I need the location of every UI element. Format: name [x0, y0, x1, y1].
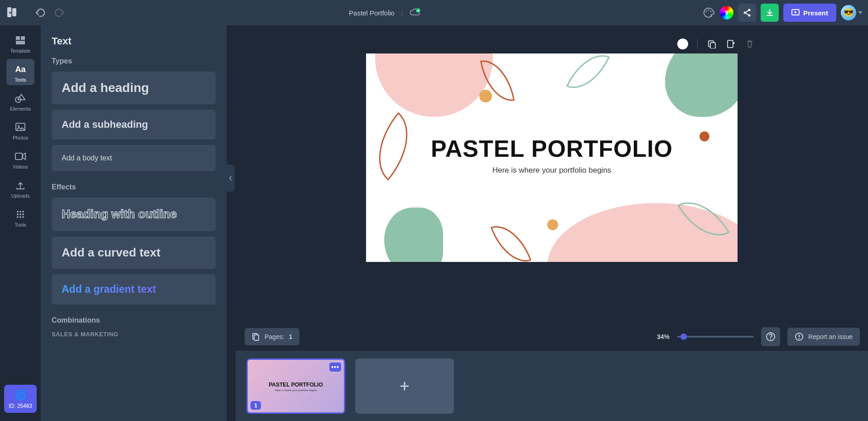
add-heading-option[interactable]: Add a heading: [52, 72, 216, 104]
rail-label: Texts: [6, 77, 34, 82]
svg-rect-21: [15, 153, 22, 160]
tools-icon: [6, 208, 34, 220]
svg-point-24: [19, 211, 21, 213]
user-menu[interactable]: 😎: [841, 5, 863, 20]
option-label: Add a heading: [62, 81, 206, 95]
duplicate-page-icon[interactable]: [726, 39, 736, 49]
app-logo[interactable]: [5, 5, 21, 20]
svg-point-6: [710, 11, 711, 12]
svg-point-30: [19, 216, 21, 218]
svg-marker-13: [795, 11, 797, 14]
spiral-icon: 🌀: [4, 389, 37, 401]
svg-point-4: [705, 11, 707, 12]
chevron-down-icon: [858, 11, 863, 14]
zoom-slider-thumb[interactable]: [680, 334, 687, 340]
slide-thumbnail-1[interactable]: PASTEL PORTFOLIO Here is where your port…: [246, 358, 345, 414]
palette-icon[interactable]: [702, 6, 715, 19]
add-body-option[interactable]: Add a body text: [52, 145, 216, 171]
rail-item-uploads[interactable]: Uploads: [6, 175, 34, 201]
rail-label: Tools: [6, 222, 34, 227]
download-button[interactable]: [761, 4, 779, 22]
pages-count: 1: [289, 333, 293, 340]
gradient-text-option[interactable]: Add a gradient text: [52, 274, 216, 305]
svg-rect-16: [16, 41, 25, 44]
zoom-percentage[interactable]: 34%: [657, 333, 670, 340]
slide-title-text[interactable]: PASTEL PORTFOLIO: [366, 135, 738, 162]
report-label: Report an issue: [808, 333, 853, 340]
texts-icon: Aa: [6, 63, 34, 75]
pages-indicator[interactable]: Pages: 1: [245, 328, 299, 345]
user-avatar: 😎: [841, 5, 856, 20]
collapse-panel-button[interactable]: [227, 165, 235, 192]
svg-point-29: [17, 216, 19, 218]
help-button[interactable]: [761, 327, 780, 346]
svg-rect-34: [728, 40, 733, 48]
leaf-decor: [566, 53, 610, 98]
present-label: Present: [803, 9, 828, 17]
elements-icon: [6, 92, 34, 104]
share-button[interactable]: [738, 4, 756, 22]
document-title[interactable]: Pastel Portfolio: [349, 9, 395, 17]
rail-label: Elements: [6, 106, 34, 111]
undo-button[interactable]: [34, 6, 47, 19]
option-label: Add a curved text: [62, 246, 206, 260]
colorwheel-button[interactable]: 9: [720, 6, 733, 19]
pages-icon: [252, 333, 260, 341]
rail-label: Videos: [6, 164, 34, 169]
warning-icon: [795, 332, 804, 341]
sales-marketing-label: SALES & MARKETING: [52, 331, 216, 338]
id-value: ID: 25463: [9, 403, 32, 409]
slide-subtitle-text[interactable]: Here is where your portfolio begins: [366, 166, 738, 175]
green-blob-decor: [384, 208, 443, 262]
cloud-sync-icon[interactable]: [409, 8, 419, 18]
slide-canvas[interactable]: PASTEL PORTFOLIO Here is where your port…: [366, 53, 738, 262]
svg-point-23: [17, 211, 19, 213]
id-badge[interactable]: 🌀 ID: 25463: [4, 385, 37, 413]
effects-section-label: Effects: [52, 183, 216, 191]
colorwheel-badge: 9: [720, 6, 733, 19]
zoom-slider[interactable]: [677, 336, 754, 338]
dot-decor: [479, 90, 492, 102]
svg-line-10: [746, 10, 748, 12]
outline-heading-option[interactable]: Heading with outline: [52, 198, 216, 231]
redo-button[interactable]: [53, 6, 66, 19]
report-issue-button[interactable]: Report an issue: [787, 328, 860, 346]
option-label: Add a subheading: [62, 119, 206, 131]
svg-marker-22: [23, 153, 25, 160]
background-color-swatch[interactable]: [677, 39, 688, 49]
copy-icon[interactable]: [707, 39, 717, 49]
svg-point-43: [799, 338, 800, 339]
svg-rect-1: [12, 8, 16, 16]
present-button[interactable]: Present: [783, 4, 836, 22]
svg-rect-14: [16, 36, 20, 40]
add-subheading-option[interactable]: Add a subheading: [52, 110, 216, 140]
videos-icon: [6, 150, 34, 162]
play-icon: [791, 9, 800, 17]
svg-point-26: [17, 213, 19, 215]
thumb-title: PASTEL PORTFOLIO: [248, 382, 344, 388]
rail-item-photos[interactable]: Photos: [6, 117, 34, 143]
template-icon: [6, 34, 34, 46]
photos-icon: [6, 121, 34, 133]
rail-item-texts[interactable]: Aa Texts: [6, 59, 34, 85]
thumb-menu-button[interactable]: •••: [329, 363, 341, 372]
thumb-number-badge: 1: [251, 401, 261, 410]
trash-icon[interactable]: [745, 39, 755, 49]
svg-point-3: [416, 8, 420, 13]
svg-line-11: [746, 13, 748, 15]
rail-item-elements[interactable]: Elements: [6, 88, 34, 114]
rail-item-tools[interactable]: Tools: [6, 204, 34, 230]
add-slide-button[interactable]: [355, 358, 454, 414]
rail-label: Template: [6, 48, 34, 53]
leaf-decor: [491, 218, 532, 262]
curved-text-option[interactable]: Add a curved text: [52, 237, 216, 269]
svg-point-40: [770, 339, 771, 339]
rail-item-videos[interactable]: Videos: [6, 146, 34, 172]
combinations-section-label: Combinations: [52, 316, 216, 324]
rail-item-template[interactable]: Template: [6, 30, 34, 56]
panel-title: Text: [52, 35, 216, 47]
option-label: Heading with outline: [62, 207, 206, 222]
svg-rect-15: [21, 36, 25, 40]
svg-point-31: [22, 216, 24, 218]
plus-icon: [399, 380, 410, 392]
